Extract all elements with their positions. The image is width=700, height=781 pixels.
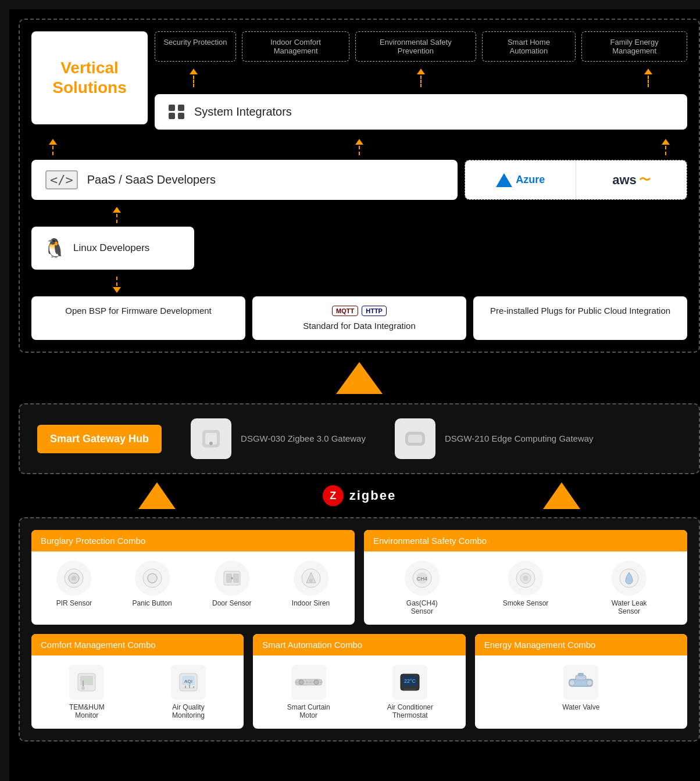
category-environmental: Environmental Safety Prevention	[355, 31, 476, 62]
door-sensor: Door Sensor	[212, 561, 251, 607]
pir-sensor-icon	[56, 561, 91, 596]
aws-smile: 〜	[639, 172, 651, 188]
curtain-motor-icon	[291, 665, 326, 700]
gas-sensor-icon: CH4	[405, 561, 440, 596]
gateway-device-1-icon	[191, 418, 231, 459]
tem-hum-monitor: TEM&HUM Monitor	[60, 665, 113, 719]
smart-automation-header: Smart Automation Combo	[253, 634, 465, 655]
open-bsp-label: Open BSP for Firmware Development	[65, 306, 212, 316]
mqtt-badge: MQTT	[332, 306, 358, 316]
comfort-combo-header: Comfort Management Combo	[31, 634, 244, 655]
water-leak-sensor: Water Leak Sensor	[603, 561, 655, 615]
pir-sensor: PIR Sensor	[56, 561, 92, 607]
panic-button-icon	[135, 561, 170, 596]
gateway-label: Smart Gateway Hub	[37, 425, 162, 453]
environmental-combo-header: Environmental Safety Combo	[364, 530, 687, 551]
burglary-combo-header: Burglary Protection Combo	[31, 530, 355, 551]
pre-installed-box: Pre-installed Plugs for Public Cloud Int…	[473, 296, 687, 340]
air-quality-monitor: AQI Air Quality Monitoring	[162, 665, 215, 719]
svg-rect-24	[80, 676, 93, 685]
system-integrators-box: System Integrators	[155, 94, 687, 130]
svg-point-2	[209, 442, 213, 445]
azure-box: Azure	[465, 160, 576, 199]
svg-rect-12	[233, 574, 239, 583]
paas-label: PaaS / SaaS Developers	[87, 173, 216, 187]
smoke-sensor-icon	[508, 561, 543, 596]
svg-point-13	[231, 577, 233, 579]
open-bsp-box: Open BSP for Firmware Development	[31, 296, 245, 340]
aws-box: aws 〜	[576, 160, 687, 199]
svg-text:AQI: AQI	[184, 679, 192, 684]
info-boxes-row: Open BSP for Firmware Development MQTT H…	[31, 296, 687, 340]
category-security: Security Protection	[155, 31, 236, 62]
burglary-combo: Burglary Protection Combo PIR Sensor	[31, 530, 355, 625]
smoke-sensor: Smoke Sensor	[503, 561, 549, 615]
ac-thermostat: 22°C Air Conditioner Thermostat	[384, 665, 436, 719]
zigbee-label: zigbee	[349, 488, 396, 503]
svg-point-7	[72, 576, 76, 581]
svg-point-25	[81, 686, 85, 690]
linux-icon: 🐧	[43, 237, 66, 259]
large-arrow-up	[336, 362, 383, 394]
gateway-device-1: DSGW-030 Zigbee 3.0 Gateway	[191, 418, 366, 459]
azure-logo: Azure	[496, 173, 545, 187]
gateway-device-2-name: DSGW-210 Edge Computing Gateway	[445, 432, 594, 446]
arrow-up-left	[190, 69, 198, 87]
grid-icon	[169, 105, 185, 119]
svg-text:22°C: 22°C	[404, 678, 416, 684]
arrow-up-paas	[355, 139, 363, 155]
gas-sensor: CH4 Gas(CH4) Sensor	[396, 561, 448, 615]
standard-box: MQTT HTTP Standard for Data Integration	[252, 296, 466, 340]
linux-box: 🐧 Linux Developers	[31, 227, 194, 270]
water-leak-sensor-icon	[612, 561, 647, 596]
energy-combo: Energy Management Combo Wat	[475, 634, 687, 729]
zigbee-z-icon: Z	[323, 485, 344, 506]
environmental-combo: Environmental Safety Combo CH4 Gas(CH4) …	[364, 530, 687, 625]
http-badge: HTTP	[362, 306, 387, 316]
arrow-up-right-zigbee	[543, 482, 580, 509]
svg-point-45	[587, 680, 592, 686]
arrow-up-left-zigbee	[138, 482, 176, 509]
category-indoor: Indoor Comfort Management	[242, 31, 349, 62]
energy-combo-header: Energy Management Combo	[475, 634, 687, 655]
category-smart-home: Smart Home Automation	[482, 31, 576, 62]
vertical-solutions-title: Vertical Solutions	[41, 58, 138, 97]
arrow-up-center	[417, 69, 425, 87]
gateway-device-2-icon	[395, 418, 435, 459]
svg-point-44	[569, 680, 575, 686]
water-valve: Water Valve	[562, 665, 599, 711]
protocol-icons: MQTT HTTP	[332, 306, 387, 316]
tem-hum-icon	[69, 665, 104, 700]
air-quality-icon: AQI	[171, 665, 206, 700]
door-sensor-icon	[215, 561, 249, 596]
comfort-combo: Comfort Management Combo TEM&HUM Monitor	[31, 634, 244, 729]
ac-thermostat-icon: 22°C	[392, 665, 427, 700]
svg-point-15	[309, 579, 313, 582]
linux-label: Linux Developers	[73, 242, 149, 254]
indoor-siren: Indoor Siren	[292, 561, 330, 607]
code-icon: </>	[45, 170, 78, 189]
pre-installed-label: Pre-installed Plugs for Public Cloud Int…	[490, 306, 670, 316]
cloud-box: Azure aws 〜	[465, 160, 687, 200]
svg-point-21	[523, 576, 528, 581]
svg-point-9	[148, 574, 157, 583]
arrow-up-bsp	[49, 139, 57, 155]
water-valve-icon	[563, 665, 598, 700]
standard-label: Standard for Data Integration	[303, 321, 415, 331]
arrow-up-linux	[113, 207, 121, 223]
svg-rect-46	[578, 673, 584, 676]
category-family-energy: Family Energy Management	[581, 31, 687, 62]
zigbee-logo: Z zigbee	[323, 485, 396, 506]
arrow-up-cloud	[662, 139, 670, 155]
smart-automation-combo: Smart Automation Combo Smart Curtain Mot…	[253, 634, 465, 729]
panic-button: Panic Button	[133, 561, 172, 607]
aws-logo: aws 〜	[612, 172, 651, 188]
svg-point-37	[314, 680, 319, 685]
paas-box: </> PaaS / SaaS Developers	[31, 160, 458, 200]
svg-text:CH4: CH4	[417, 576, 427, 582]
arrow-up-right	[644, 69, 652, 87]
svg-point-36	[299, 680, 303, 685]
arrow-down-linux	[113, 277, 121, 293]
svg-rect-4	[408, 435, 422, 443]
gateway-device-1-name: DSGW-030 Zigbee 3.0 Gateway	[241, 432, 366, 446]
